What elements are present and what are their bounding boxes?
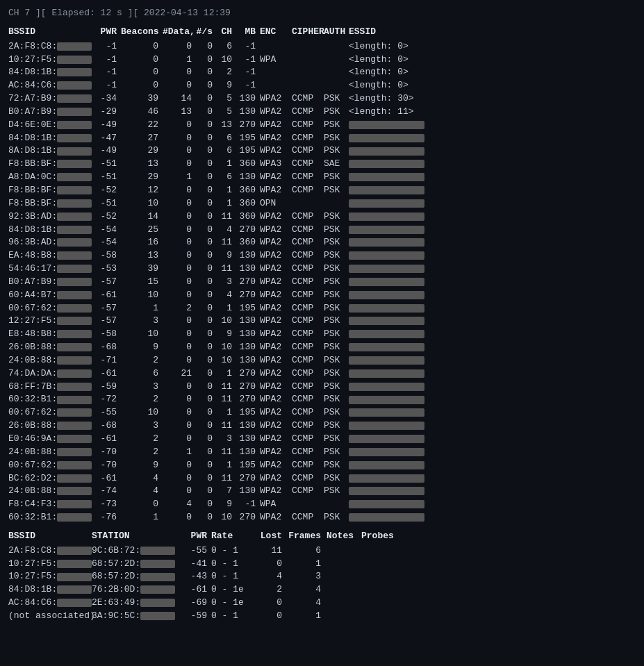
- bssid-blur: [57, 304, 92, 313]
- ap-beacons: 0: [121, 66, 163, 79]
- st-rate: 0 - 1: [211, 544, 253, 558]
- ap-table-row: BC:62:D2: -6140011270WPA2CCMPPSK: [8, 472, 636, 485]
- ap-mb: 130: [235, 106, 260, 119]
- essid-blur: [349, 383, 424, 391]
- ap-essid: [349, 249, 636, 263]
- ap-rate: 0: [195, 393, 215, 406]
- ap-mb: 130: [235, 354, 260, 367]
- ap-cipher: CCMP: [292, 289, 324, 302]
- ap-essid: [349, 459, 636, 472]
- ap-enc: WPA2: [260, 419, 292, 433]
- ap-pwr: -57: [92, 276, 121, 289]
- ap-table-row: 12:27:F5: -5730010130WPA2CCMPPSK: [8, 315, 636, 328]
- ap-beacons: 2: [121, 354, 163, 367]
- ap-essid: [349, 315, 636, 328]
- ap-bssid: E0:46:9A:: [8, 433, 92, 446]
- bssid-blur: [57, 343, 92, 351]
- ap-mb: 270: [235, 393, 260, 406]
- ap-ch: 10: [215, 341, 235, 354]
- ap-pwr: -1: [92, 53, 121, 67]
- ap-bssid: 12:27:F5:: [8, 315, 92, 328]
- ap-auth: PSK: [324, 511, 349, 524]
- ap-beacons: 22: [121, 119, 163, 132]
- ap-cipher: CCMP: [292, 171, 324, 184]
- ap-pwr: -73: [92, 498, 121, 511]
- ap-beacons: 9: [121, 459, 163, 472]
- ap-table-row: 60:32:B1: -7610010270WPA2CCMPPSK: [8, 511, 636, 524]
- ap-bssid: 84:D8:1B:: [8, 132, 92, 145]
- ap-auth: PSK: [324, 92, 349, 106]
- ap-rate: 0: [195, 276, 215, 289]
- essid-blur: [349, 199, 424, 208]
- ap-rate: 0: [195, 158, 215, 171]
- bssid-blur: [57, 42, 92, 51]
- essid-blur: [349, 343, 424, 351]
- ap-ch: 7: [215, 485, 235, 498]
- header-text: CH 7 ][ Elapsed: 12 s ][ 2022-04-13 12:3…: [8, 8, 231, 18]
- ap-data: 0: [163, 406, 195, 419]
- ap-ch: 11: [215, 419, 235, 433]
- ap-pwr: -59: [92, 381, 121, 394]
- ap-cipher: CCMP: [292, 328, 324, 341]
- ap-table-row: E0:46:9A: -612003130WPA2CCMPPSK: [8, 433, 636, 446]
- ap-pwr: -74: [92, 485, 121, 498]
- ap-auth: PSK: [324, 315, 349, 328]
- st-frames: 3: [288, 570, 327, 583]
- st-pwr: -55: [182, 544, 211, 558]
- ap-data: 0: [163, 459, 195, 472]
- ap-pwr: -1: [92, 66, 121, 79]
- ap-pwr: -51: [92, 158, 121, 171]
- st-station: 68:57:2D:: [92, 558, 182, 571]
- st-col-header-station: STATION: [92, 530, 182, 543]
- ap-mb: 195: [235, 459, 260, 472]
- bssid-blur: [57, 213, 92, 221]
- ap-bssid: 60:A4:B7:: [8, 289, 92, 302]
- st-bssid: 10:27:F5:: [8, 558, 92, 571]
- ap-essid: [349, 263, 636, 276]
- ap-cipher: CCMP: [292, 236, 324, 249]
- ap-cipher: CCMP: [292, 446, 324, 459]
- essid-blur: [349, 226, 424, 234]
- bssid-blur: [57, 396, 92, 404]
- ap-essid: [349, 354, 636, 367]
- ap-enc: WPA2: [260, 132, 292, 145]
- ap-mb: 195: [235, 302, 260, 315]
- ap-essid: [349, 511, 636, 524]
- ap-essid: [349, 236, 636, 249]
- ap-cipher: CCMP: [292, 511, 324, 524]
- st-bssid-blur: [57, 599, 92, 607]
- ap-ch: 1: [215, 459, 235, 472]
- ap-data: 0: [163, 289, 195, 302]
- essid-blur: [349, 487, 424, 495]
- ap-cipher: CCMP: [292, 92, 324, 106]
- ap-essid: [349, 224, 636, 237]
- ap-rate: 0: [195, 315, 215, 328]
- ap-auth: PSK: [324, 406, 349, 419]
- essid-blur: [349, 278, 424, 286]
- ap-rate: 0: [195, 66, 215, 79]
- ap-data: 0: [163, 419, 195, 433]
- ap-rate: 0: [195, 302, 215, 315]
- ap-essid: [349, 302, 636, 315]
- ap-ch: 1: [215, 197, 235, 210]
- ap-ch: 1: [215, 158, 235, 171]
- ap-ch: 11: [215, 393, 235, 406]
- ap-rate: 0: [195, 511, 215, 524]
- ap-pwr: -68: [92, 419, 121, 433]
- ap-data: 0: [163, 472, 195, 485]
- ap-rate: 0: [195, 419, 215, 433]
- ap-essid: [349, 367, 636, 381]
- st-probes: [361, 610, 636, 623]
- ap-enc: WPA2: [260, 263, 292, 276]
- bssid-blur: [57, 422, 92, 430]
- ap-bssid: 24:0B:88:: [8, 354, 92, 367]
- ap-pwr: -54: [92, 224, 121, 237]
- ap-auth: PSK: [324, 328, 349, 341]
- col-header-rate: #/s: [195, 26, 215, 39]
- ap-table-row: B0:A7:B9: -29461305130WPA2CCMPPSK<length…: [8, 106, 636, 119]
- ap-ch: 11: [215, 263, 235, 276]
- ap-auth: PSK: [324, 433, 349, 446]
- ap-bssid: 96:3B:AD:: [8, 236, 92, 249]
- st-frames: 1: [288, 558, 327, 571]
- ap-pwr: -70: [92, 459, 121, 472]
